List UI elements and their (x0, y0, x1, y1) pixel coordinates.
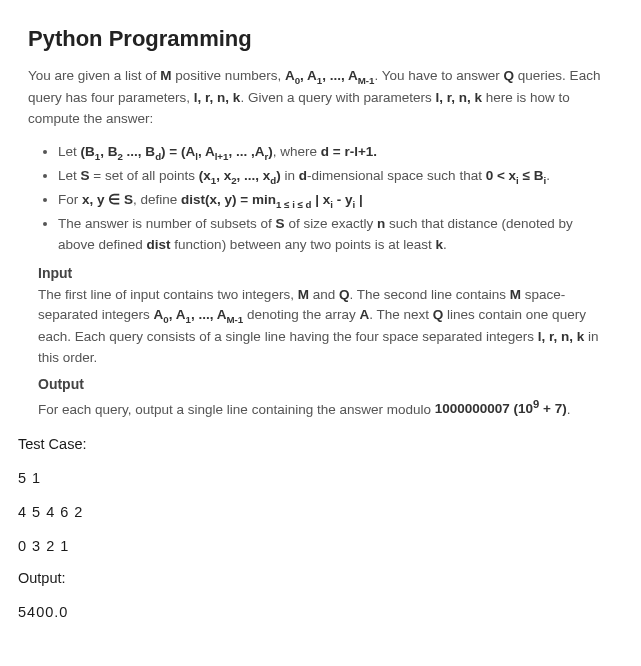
output-value: 5400.0 (18, 604, 613, 620)
testcase-label: Test Case: (18, 436, 613, 452)
bullet-item: For x, y ∈ S, define dist(x, y) = min1 ≤… (58, 190, 613, 212)
bullet-item: Let S = set of all points (x1, x2, ..., … (58, 166, 613, 188)
intro-paragraph: You are given a list of M positive numbe… (28, 66, 613, 130)
output-label: Output: (18, 570, 613, 586)
bullet-list: Let (B1, B2 ..., Bd) = (Al, Al+1, ... ,A… (28, 142, 613, 255)
page-title: Python Programming (28, 26, 613, 52)
testcase-line: 0 3 2 1 (18, 538, 613, 554)
bullet-item: Let (B1, B2 ..., Bd) = (Al, Al+1, ... ,A… (58, 142, 613, 164)
output-heading: Output (38, 376, 613, 392)
testcase-line: 5 1 (18, 470, 613, 486)
output-body: For each query, output a single line con… (38, 396, 613, 420)
testcase-line: 4 5 4 6 2 (18, 504, 613, 520)
input-heading: Input (38, 265, 613, 281)
document-page: Python Programming You are given a list … (0, 0, 641, 640)
bullet-item: The answer is number of subsets of S of … (58, 214, 613, 255)
input-body: The first line of input contains two int… (38, 285, 613, 368)
testcase-block: Test Case: 5 1 4 5 4 6 2 0 3 2 1 Output:… (18, 436, 613, 620)
